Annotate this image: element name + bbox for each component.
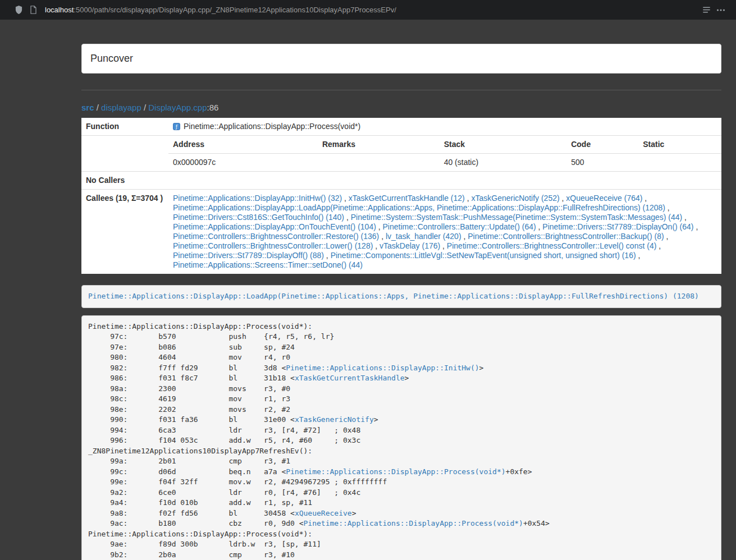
callee-separator: , xyxy=(536,222,543,231)
symbol-link[interactable]: Pinetime::Applications::DisplayApp::Init… xyxy=(286,364,479,372)
breadcrumb-separator: / xyxy=(141,103,149,112)
callee-separator: , xyxy=(344,213,351,222)
breadcrumb-link[interactable]: displayapp xyxy=(101,103,141,112)
url-path: :5000/path/src/displayapp/DisplayApp.cpp… xyxy=(74,6,396,14)
callee-link[interactable]: vTaskDelay (176) xyxy=(380,241,440,250)
reader-mode-icon[interactable] xyxy=(699,3,714,17)
column-header-stack: Stack xyxy=(440,136,567,154)
column-header-remarks: Remarks xyxy=(318,136,440,154)
shield-icon[interactable] xyxy=(11,3,26,17)
callee-link[interactable]: Pinetime::Drivers::St7789::DisplayOn() (… xyxy=(542,222,693,231)
address-value: 0x0000097c xyxy=(168,154,318,172)
column-header-code: Code xyxy=(566,136,638,154)
breadcrumb-separator: / xyxy=(94,103,102,112)
no-callers-label: No Callers xyxy=(81,172,168,190)
page-icon[interactable] xyxy=(26,3,40,17)
callee-link[interactable]: Pinetime::Controllers::BrightnessControl… xyxy=(173,241,373,250)
callee-separator: , xyxy=(465,194,472,203)
symbol-link[interactable]: Pinetime::Applications::DisplayApp::Proc… xyxy=(286,467,505,476)
stack-value: 40 (static) xyxy=(440,154,567,172)
menu-icon[interactable] xyxy=(714,3,728,17)
symbol-link[interactable]: xTaskGetCurrentTaskHandle xyxy=(295,374,405,382)
breadcrumb: src / displayapp / DisplayApp.cpp:86 xyxy=(81,103,721,113)
function-name: Pinetime::Applications::DisplayApp::Proc… xyxy=(184,122,360,131)
metrics-value-row: 0x0000097c 40 (static) 500 xyxy=(168,154,721,172)
breadcrumb-link[interactable]: src xyxy=(81,103,94,112)
callee-separator: , xyxy=(560,194,566,203)
callee-separator: , xyxy=(682,213,687,222)
callee-link[interactable]: Pinetime::Components::LittleVgl::SetNewT… xyxy=(331,251,636,260)
callee-separator: , xyxy=(656,241,661,250)
callee-separator: , xyxy=(440,241,447,250)
metrics-table: Address Remarks Stack Code Static 0x0000… xyxy=(168,136,721,171)
puncover-panel: Puncover xyxy=(81,44,721,74)
callee-link[interactable]: Pinetime::System::SystemTask::PushMessag… xyxy=(351,213,683,222)
callee-link[interactable]: Pinetime::Applications::DisplayApp::Load… xyxy=(173,203,665,212)
callee-separator: , xyxy=(461,232,468,241)
column-header-static: Static xyxy=(638,136,721,154)
callee-separator: , xyxy=(324,251,331,260)
page-title: Puncover xyxy=(90,53,712,65)
symbol-link[interactable]: Pinetime::Applications::DisplayApp::Proc… xyxy=(304,519,523,527)
function-row: Function ƒ Pinetime::Applications::Displ… xyxy=(81,118,721,136)
callee-separator: , xyxy=(379,232,386,241)
callee-separator: , xyxy=(376,222,383,231)
address-bar[interactable]: localhost:5000/path/src/displayapp/Displ… xyxy=(45,6,396,14)
callee-link[interactable]: Pinetime::Controllers::BrightnessControl… xyxy=(468,232,664,241)
remarks-value xyxy=(318,154,440,172)
callee-link[interactable]: xTaskGetCurrentTaskHandle (12) xyxy=(349,194,465,203)
highlight-panel: Pinetime::Applications::DisplayApp::Load… xyxy=(81,285,721,308)
disassembly: Pinetime::Applications::DisplayApp::Proc… xyxy=(81,315,721,560)
callee-link[interactable]: Pinetime::Applications::Screens::Timer::… xyxy=(173,260,363,269)
callee-link[interactable]: xTaskGenericNotify (252) xyxy=(471,194,559,203)
metrics-row: Address Remarks Stack Code Static 0x0000… xyxy=(81,136,721,172)
no-callers-row: No Callers xyxy=(81,172,721,190)
callee-link[interactable]: Pinetime::Applications::DisplayApp::Init… xyxy=(173,194,342,203)
function-icon: ƒ xyxy=(173,123,180,130)
page-container: Puncover src / displayapp / DisplayApp.c… xyxy=(81,44,721,560)
breadcrumb-link[interactable]: DisplayApp.cpp xyxy=(148,103,207,112)
callee-separator: , xyxy=(664,232,669,241)
callees-row: Callees (19, Σ=3704 ) Pinetime::Applicat… xyxy=(81,190,721,274)
content-divider xyxy=(81,90,721,90)
callee-separator: , xyxy=(665,203,670,212)
function-label: Function xyxy=(81,118,168,136)
highlighted-symbol-link[interactable]: Pinetime::Applications::DisplayApp::Load… xyxy=(88,292,699,300)
callees-list: Pinetime::Applications::DisplayApp::Init… xyxy=(168,190,721,274)
metrics-header-row: Address Remarks Stack Code Static xyxy=(168,136,721,154)
callee-separator: , xyxy=(373,241,380,250)
callee-link[interactable]: xQueueReceive (764) xyxy=(566,194,642,203)
code-size-value: 500 xyxy=(566,154,638,172)
callee-separator: , xyxy=(642,194,647,203)
symbol-link[interactable]: xTaskGenericNotify xyxy=(295,415,374,424)
callee-link[interactable]: Pinetime::Controllers::BrightnessControl… xyxy=(447,241,656,250)
static-value xyxy=(638,154,721,172)
callee-separator: , xyxy=(694,222,698,231)
callee-link[interactable]: Pinetime::Controllers::BrightnessControl… xyxy=(173,232,379,241)
callee-link[interactable]: Pinetime::Applications::DisplayApp::OnTo… xyxy=(173,222,376,231)
function-table: Function ƒ Pinetime::Applications::Displ… xyxy=(81,118,721,274)
breadcrumb-line-number: :86 xyxy=(207,103,219,112)
callee-separator: , xyxy=(342,194,349,203)
callee-link[interactable]: Pinetime::Controllers::Battery::Update()… xyxy=(383,222,536,231)
callee-link[interactable]: Pinetime::Drivers::Cst816S::GetTouchInfo… xyxy=(173,213,344,222)
browser-toolbar: localhost:5000/path/src/displayapp/Displ… xyxy=(0,0,736,20)
symbol-link[interactable]: xQueueReceive xyxy=(295,509,352,517)
callee-link[interactable]: lv_task_handler (420) xyxy=(386,232,461,241)
callee-link[interactable]: Pinetime::Drivers::St7789::DisplayOff() … xyxy=(173,251,324,260)
column-header-address: Address xyxy=(168,136,318,154)
callee-separator: , xyxy=(636,251,641,260)
callees-label: Callees (19, Σ=3704 ) xyxy=(81,190,168,274)
url-host: localhost xyxy=(45,6,74,14)
